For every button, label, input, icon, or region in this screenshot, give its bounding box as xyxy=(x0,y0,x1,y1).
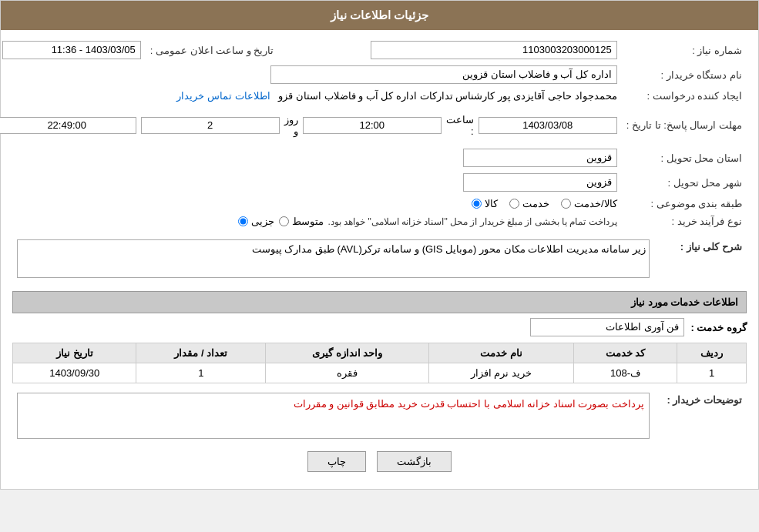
radio-mottavaset[interactable]: متوسط xyxy=(279,216,324,227)
shahr-tahvil-label: شهر محل تحویل : xyxy=(622,170,747,195)
nooe-farayand-row: نوع فرآیند خرید : پرداخت تمام یا بخشی از… xyxy=(0,212,747,230)
shomare-niaz-value: 1103003203000125 xyxy=(302,38,622,62)
cell-tedad: 1 xyxy=(136,363,266,383)
shomare-niaz-field: 1103003203000125 xyxy=(371,41,617,59)
col-kod: کد خدمت xyxy=(573,343,677,363)
cell-nam_khadamat: خرید نرم افزار xyxy=(428,363,573,383)
shomare-niaz-label: شماره نیاز : xyxy=(622,38,747,62)
radio-jozii-label: جزیی xyxy=(251,216,274,227)
radio-jozii[interactable]: جزیی xyxy=(238,216,274,227)
nam-dastgah-field: اداره کل آب و فاضلاب استان قزوین xyxy=(270,65,617,84)
radio-kala-khadamat[interactable]: کالا/خدمت xyxy=(561,198,617,209)
ijad-konande-row: ایجاد کننده درخواست : محمدجواد حاجی آقای… xyxy=(0,87,747,105)
tozihat-box: پرداخت بصورت اسناد خزانه اسلامی با احتسا… xyxy=(17,393,650,439)
nooe-farayand-label: نوع فرآیند خرید : xyxy=(622,212,747,230)
radio-khadamat-input[interactable] xyxy=(509,199,519,209)
services-section-title: اطلاعات خدمات مورد نیاز xyxy=(631,296,738,308)
tozihat-label: توضیحات خریدار : xyxy=(654,390,747,442)
tabaqe-label: طبقه بندی موضوعی : xyxy=(622,195,747,212)
tozihat-row: توضیحات خریدار : پرداخت بصورت اسناد خزان… xyxy=(12,390,747,442)
tozihat-table: توضیحات خریدار : پرداخت بصورت اسناد خزان… xyxy=(12,390,747,442)
nooe-farayand-value: پرداخت تمام یا بخشی از مبلغ خریدار از مح… xyxy=(0,212,622,230)
grohe-khadamat-row: گروه خدمت : فن آوری اطلاعات xyxy=(12,318,747,336)
sharh-label: شرح کلی نیاز : xyxy=(654,236,747,283)
radio-jozii-input[interactable] xyxy=(238,216,248,226)
services-section-header: اطلاعات خدمات مورد نیاز xyxy=(12,291,747,313)
page-header: جزئیات اطلاعات نیاز xyxy=(1,1,758,30)
nooe-farayand-note: پرداخت تمام یا بخشی از مبلغ خریدار از مح… xyxy=(328,216,617,227)
shahr-tahvil-value: قزوین xyxy=(0,170,622,195)
chap-button[interactable]: چاپ xyxy=(307,451,366,472)
shahr-tahvil-row: شهر محل تحویل : قزوین xyxy=(0,170,747,195)
col-tarikh: تاریخ نیاز xyxy=(13,343,136,363)
radio-khadamat[interactable]: خدمت xyxy=(509,198,549,209)
col-radif: ردیف xyxy=(677,343,747,363)
shahr-tahvil-field: قزوین xyxy=(463,173,617,192)
table-row: 1ف-108خرید نرم افزارفقره11403/09/30 xyxy=(13,363,747,383)
tarikh-elam-field: 1403/03/05 - 11:36 xyxy=(2,41,141,59)
tabaqe-row: طبقه بندی موضوعی : کالا/خدمت خدمت کالا xyxy=(0,195,747,212)
services-tbody: 1ف-108خرید نرم افزارفقره11403/09/30 xyxy=(13,363,747,383)
mohlat-value: 1403/03/08 ساعت : 12:00 روز و 2 22:49:00… xyxy=(0,105,622,146)
cell-radif: 1 xyxy=(677,363,747,383)
services-table: ردیف کد خدمت نام خدمت واحد اندازه گیری ت… xyxy=(12,343,747,383)
info-table: شماره نیاز : 1103003203000125 تاریخ و سا… xyxy=(0,38,747,230)
ostan-tahvil-value: قزوین xyxy=(0,146,622,170)
radio-kala-khadamat-label: کالا/خدمت xyxy=(574,198,617,209)
bazgasht-button[interactable]: بازگشت xyxy=(377,451,452,472)
ijad-konande-value: محمدجواد حاجی آقایزدی پور کارشناس تدارکا… xyxy=(0,87,622,105)
main-content: شماره نیاز : 1103003203000125 تاریخ و سا… xyxy=(1,30,758,489)
radio-khadamat-label: خدمت xyxy=(522,198,549,209)
radio-mottavaset-label: متوسط xyxy=(292,216,324,227)
ostan-tahvil-label: استان محل تحویل : xyxy=(622,146,747,170)
ettelaat-tamas-link[interactable]: اطلاعات تماس خریدار xyxy=(176,90,270,102)
radio-kala-label: کالا xyxy=(485,198,498,209)
services-table-header: ردیف کد خدمت نام خدمت واحد اندازه گیری ت… xyxy=(13,343,747,363)
radio-kala-input[interactable] xyxy=(472,199,482,209)
cell-tarikh: 1403/09/30 xyxy=(13,363,136,383)
nam-dastgah-row: نام دستگاه خریدار : اداره کل آب و فاضلاب… xyxy=(0,62,747,87)
ostan-tahvil-row: استان محل تحویل : قزوین xyxy=(0,146,747,170)
saat-label: ساعت : xyxy=(446,114,474,137)
rooz-field: 2 xyxy=(141,117,280,134)
radio-kala[interactable]: کالا xyxy=(472,198,498,209)
sharh-row: شرح کلی نیاز : زیر سامانه مدیریت اطلاعات… xyxy=(12,236,747,283)
tozihat-value: پرداخت بصورت اسناد خزانه اسلامی با احتسا… xyxy=(12,390,654,442)
ijad-konande-text: محمدجواد حاجی آقایزدی پور کارشناس تدارکا… xyxy=(278,90,616,102)
page-title: جزئیات اطلاعات نیاز xyxy=(331,8,428,22)
page-wrapper: جزئیات اطلاعات نیاز شماره نیاز : 1103003… xyxy=(0,0,759,490)
mohlat-row: مهلت ارسال پاسخ: تا تاریخ : 1403/03/08 س… xyxy=(0,105,747,146)
baqi-field: 22:49:00 xyxy=(0,117,136,134)
tarikh-elam-value: 1403/03/05 - 11:36 xyxy=(0,38,146,62)
saat-field: 12:00 xyxy=(303,117,442,134)
sharh-table: شرح کلی نیاز : زیر سامانه مدیریت اطلاعات… xyxy=(12,236,747,283)
grohe-khadamat-field: فن آوری اطلاعات xyxy=(530,318,684,336)
date-field: 1403/03/08 xyxy=(479,117,617,134)
col-vahed: واحد اندازه گیری xyxy=(266,343,429,363)
buttons-row: بازگشت چاپ xyxy=(12,451,747,472)
mohlat-label: مهلت ارسال پاسخ: تا تاریخ : xyxy=(622,105,747,146)
col-tedad: تعداد / مقدار xyxy=(136,343,266,363)
grohe-khadamat-label: گروه خدمت : xyxy=(690,322,747,333)
shomare-niaz-row: شماره نیاز : 1103003203000125 تاریخ و سا… xyxy=(0,38,747,62)
sharh-textarea[interactable]: زیر سامانه مدیریت اطلاعات مکان محور (موب… xyxy=(17,239,650,278)
nam-dastgah-value: اداره کل آب و فاضلاب استان قزوین xyxy=(0,62,622,87)
sharh-value: زیر سامانه مدیریت اطلاعات مکان محور (موب… xyxy=(12,236,654,283)
cell-vahed: فقره xyxy=(266,363,429,383)
nam-dastgah-label: نام دستگاه خریدار : xyxy=(622,62,747,87)
tarikh-elam-label: تاریخ و ساعت اعلان عمومی : xyxy=(146,38,279,62)
col-nam: نام خدمت xyxy=(428,343,573,363)
radio-kala-khadamat-input[interactable] xyxy=(561,199,571,209)
ostan-tahvil-field: قزوین xyxy=(463,149,617,167)
radio-mottavaset-input[interactable] xyxy=(279,216,289,226)
cell-kod_khadamat: ف-108 xyxy=(573,363,677,383)
ijad-konande-label: ایجاد کننده درخواست : xyxy=(622,87,747,105)
rooz-label: روز و xyxy=(284,114,298,137)
tabaqe-value: کالا/خدمت خدمت کالا xyxy=(0,195,622,212)
